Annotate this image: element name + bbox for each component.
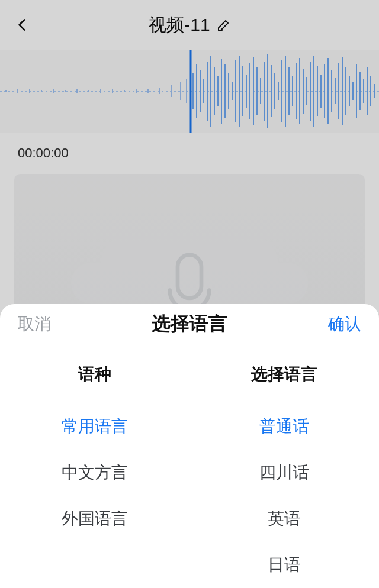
language-option[interactable]: 日语 xyxy=(268,542,301,588)
category-option[interactable]: 中文方言 xyxy=(62,450,128,496)
language-option[interactable]: 普通话 xyxy=(259,403,309,450)
category-option[interactable]: 外国语言 xyxy=(62,496,128,542)
cancel-button[interactable]: 取消 xyxy=(18,313,51,335)
confirm-button[interactable]: 确认 xyxy=(328,313,361,335)
picker-body: 语种 常用语言 中文方言 外国语言 选择语言 普通话 四川话 英语 日语 xyxy=(0,344,379,588)
sheet-header: 取消 选择语言 确认 xyxy=(0,304,379,344)
picker-column-category[interactable]: 语种 常用语言 中文方言 外国语言 xyxy=(0,350,190,588)
column-header-category: 语种 xyxy=(78,350,111,403)
language-option[interactable]: 四川话 xyxy=(259,450,309,496)
language-option[interactable]: 英语 xyxy=(268,496,301,542)
category-option[interactable]: 常用语言 xyxy=(62,403,128,450)
picker-column-language[interactable]: 选择语言 普通话 四川话 英语 日语 xyxy=(190,350,379,588)
column-header-language: 选择语言 xyxy=(251,350,317,403)
language-picker-sheet: 取消 选择语言 确认 语种 常用语言 中文方言 外国语言 选择语言 普通话 四川… xyxy=(0,304,379,588)
sheet-title: 选择语言 xyxy=(152,311,227,337)
